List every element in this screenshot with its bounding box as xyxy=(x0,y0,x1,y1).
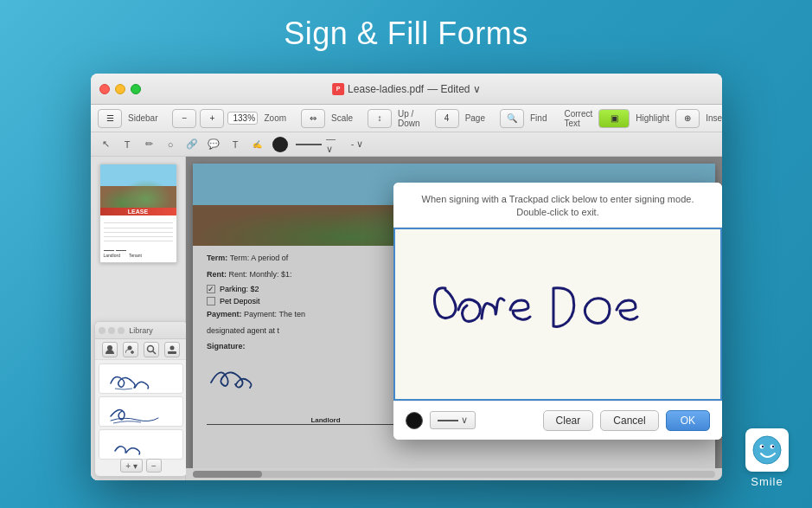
lib-search-btn[interactable] xyxy=(144,342,159,357)
lib-remove-btn[interactable]: − xyxy=(146,459,162,473)
updown-label: Up / Down xyxy=(395,109,423,128)
highlight-btn[interactable]: ▣ xyxy=(598,109,630,128)
zoom-label: Zoom xyxy=(261,113,289,123)
smile-text: Smile xyxy=(751,475,783,488)
scroll-track xyxy=(193,471,715,478)
horizontal-scrollbar[interactable] xyxy=(186,468,722,480)
dropdown-chevron: ∨ xyxy=(461,415,468,426)
lib-add-person-btn[interactable] xyxy=(123,342,138,357)
line-preview xyxy=(438,420,458,421)
ink-color-selector[interactable] xyxy=(406,412,423,429)
dash-style-dropdown[interactable]: - ∨ xyxy=(348,136,367,153)
link-tool[interactable]: 🔗 xyxy=(182,136,201,153)
insert-label: Insert xyxy=(703,113,722,123)
lib-light-2 xyxy=(108,327,115,334)
sidebar-toggle[interactable]: ☰ xyxy=(98,109,122,128)
traffic-lights xyxy=(91,84,141,94)
svg-point-13 xyxy=(762,446,764,447)
highlight-label: Highlight xyxy=(633,113,672,123)
updown-btn[interactable]: ↕ xyxy=(368,109,392,128)
correct-text-label: Correct Text xyxy=(561,109,595,128)
scroll-thumb[interactable] xyxy=(193,471,262,478)
pen-tool[interactable]: ✏ xyxy=(139,136,158,153)
window-title: P Lease-ladies.pdf — Edited ∨ xyxy=(332,83,481,95)
main-toolbar: ☰ Sidebar − + 133% Zoom ⇔ Scale ↕ Up / D… xyxy=(91,105,722,132)
sign-tool[interactable]: ✍ xyxy=(247,136,266,153)
annotation-toolbar: ↖ T ✏ ○ 🔗 💬 T ✍ — ∨ - ∨ xyxy=(91,132,722,157)
svg-point-14 xyxy=(772,446,774,447)
lib-lights xyxy=(99,327,125,334)
library-content xyxy=(95,360,187,463)
lib-sig-item-2[interactable] xyxy=(99,396,183,427)
text-tool[interactable]: T xyxy=(118,136,137,153)
svg-rect-9 xyxy=(168,351,176,354)
signing-modal: When signing with a Trackpad click below… xyxy=(186,157,722,480)
signing-panel: When signing with a Trackpad click below… xyxy=(393,183,722,440)
signing-action-buttons: Clear Cancel OK xyxy=(543,410,710,431)
smile-svg xyxy=(751,434,783,466)
line-style-dropdown[interactable]: — ∨ xyxy=(326,136,345,153)
cancel-button[interactable]: Cancel xyxy=(600,410,658,431)
stamp-tool[interactable]: T xyxy=(226,136,245,153)
library-title-text: Library xyxy=(129,326,153,335)
svg-line-7 xyxy=(153,350,157,354)
zoom-in-btn[interactable]: + xyxy=(200,109,224,128)
library-toolbar xyxy=(95,339,187,360)
line-thickness-indicator xyxy=(296,144,322,145)
smile-logo: Smile xyxy=(741,428,793,489)
minimize-button[interactable] xyxy=(115,84,125,94)
lib-light-3 xyxy=(118,327,125,334)
svg-point-8 xyxy=(170,345,175,350)
smile-face-icon xyxy=(745,428,789,472)
pdf-icon: P xyxy=(332,83,344,95)
lib-sig-item-3[interactable] xyxy=(99,429,183,460)
signing-canvas[interactable] xyxy=(393,228,722,401)
lib-add-btn[interactable]: + ▾ xyxy=(120,459,143,473)
color-indicator[interactable] xyxy=(272,137,288,152)
svg-point-6 xyxy=(148,345,154,351)
find-label: Find xyxy=(527,113,549,123)
find-btn[interactable]: 🔍 xyxy=(500,109,524,128)
close-button[interactable] xyxy=(99,84,110,94)
library-title-bar: Library xyxy=(95,322,187,339)
zoom-value[interactable]: 133% xyxy=(227,112,258,125)
thumb-content: Landlord Tenant xyxy=(100,218,176,262)
scale-btn[interactable]: ⇔ xyxy=(301,109,325,128)
signing-header-text2: Double-click to exit. xyxy=(407,206,708,219)
page-field[interactable]: 4 xyxy=(435,109,459,128)
app-window: P Lease-ladies.pdf — Edited ∨ ☰ Sidebar … xyxy=(91,74,722,480)
ok-button[interactable]: OK xyxy=(666,410,710,431)
title-bar: P Lease-ladies.pdf — Edited ∨ xyxy=(91,74,722,105)
insert-btn[interactable]: ⊕ xyxy=(675,109,700,128)
signing-header-text: When signing with a Trackpad click below… xyxy=(407,193,708,206)
page-thumbnail-1[interactable]: LEASE Land xyxy=(99,164,177,263)
lib-person2-btn[interactable] xyxy=(164,342,180,357)
scale-label: Scale xyxy=(329,113,355,123)
maximize-button[interactable] xyxy=(131,84,141,94)
lib-person-btn[interactable] xyxy=(102,342,118,357)
main-document: Term: Term: A period of Rent: Rent: Mont… xyxy=(186,157,722,480)
sidebar-label: Sidebar xyxy=(125,113,160,123)
page-title: Sign & Fill Forms xyxy=(0,0,812,61)
thumb-photo xyxy=(100,164,176,208)
signing-footer: ∨ Clear Cancel OK xyxy=(393,401,722,440)
shape-tool[interactable]: ○ xyxy=(161,136,180,153)
note-tool[interactable]: 💬 xyxy=(204,136,223,153)
edited-label: — Edited ∨ xyxy=(427,83,481,95)
signing-header: When signing with a Trackpad click below… xyxy=(393,183,722,228)
thumb-lease-title: LEASE xyxy=(100,208,176,215)
library-footer: + ▾ − xyxy=(95,459,187,473)
content-area: LEASE Land xyxy=(91,157,722,480)
signature-canvas-svg xyxy=(419,262,696,366)
cursor-tool[interactable]: ↖ xyxy=(96,136,115,153)
sidebar-panel: LEASE Land xyxy=(91,157,186,480)
line-width-btn[interactable]: ∨ xyxy=(430,411,476,429)
lib-sig-item-1[interactable] xyxy=(99,363,183,394)
svg-point-10 xyxy=(753,436,781,464)
lib-light-1 xyxy=(99,327,105,334)
clear-button[interactable]: Clear xyxy=(543,410,594,431)
page-label: Page xyxy=(463,113,488,123)
zoom-out-btn[interactable]: − xyxy=(172,109,196,128)
library-panel: Library xyxy=(94,321,188,477)
filename-label: Lease-ladies.pdf xyxy=(348,83,424,95)
